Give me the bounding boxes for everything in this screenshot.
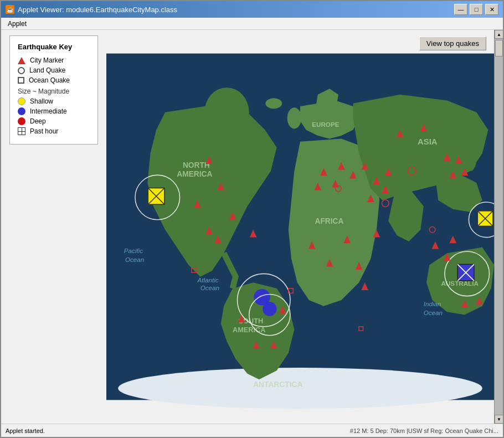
applet-status: Applet started. (6, 427, 45, 434)
view-top-quakes-button[interactable]: View top quakes (419, 37, 486, 50)
svg-point-5 (265, 98, 282, 109)
title-bar-left: ☕ Applet Viewer: module6.EarthquakeCityM… (6, 5, 177, 14)
legend-ocean-label: Ocean Quake (29, 76, 70, 84)
legend-city-marker: City Marker (18, 56, 90, 64)
window-title: Applet Viewer: module6.EarthquakeCityMap… (18, 6, 177, 14)
legend-shallow: Shallow (18, 97, 90, 105)
svg-text:NORTH: NORTH (183, 161, 210, 169)
legend-intermediate-label: Intermediate (30, 107, 67, 115)
content-area: Earthquake Key City Marker Land Quake Oc… (1, 30, 503, 424)
shallow-icon (18, 97, 25, 105)
past-hour-icon (18, 127, 25, 135)
svg-text:Atlantic: Atlantic (197, 276, 218, 284)
legend-panel: Earthquake Key City Marker Land Quake Oc… (1, 30, 106, 424)
scroll-down-button[interactable]: ▼ (495, 415, 503, 424)
main-window: ☕ Applet Viewer: module6.EarthquakeCityM… (0, 0, 504, 438)
legend-city-label: City Marker (30, 56, 64, 64)
menu-applet[interactable]: Applet (3, 19, 31, 29)
city-marker-icon (18, 57, 25, 64)
intermediate-icon (18, 107, 25, 115)
svg-text:Indian: Indian (424, 300, 441, 307)
svg-text:AMERICA: AMERICA (177, 170, 212, 178)
svg-text:Ocean: Ocean (125, 256, 144, 263)
maximize-button[interactable]: □ (470, 4, 483, 15)
legend-title: Earthquake Key (18, 43, 90, 51)
scrollbar-thumb[interactable] (495, 40, 503, 56)
deep-icon (18, 117, 25, 125)
menu-bar: Applet (1, 18, 503, 30)
svg-point-3 (287, 107, 301, 128)
legend-intermediate: Intermediate (18, 107, 90, 115)
svg-text:Pacific: Pacific (124, 247, 143, 254)
svg-text:AFRICA: AFRICA (315, 217, 344, 225)
land-quake-icon (18, 67, 25, 74)
app-icon: ☕ (6, 5, 14, 14)
scroll-up-button[interactable]: ▲ (495, 30, 503, 39)
legend-deep-label: Deep (30, 117, 46, 125)
svg-text:ASIA: ASIA (418, 137, 438, 146)
legend-land-quake: Land Quake (18, 66, 90, 74)
svg-point-35 (263, 302, 276, 316)
status-info: #12 M: 5 Dep: 70km |USW sf Reg: Ocean Qu… (350, 427, 498, 434)
minimize-button[interactable]: — (454, 4, 467, 15)
map-svg: Atlantic Ocean Indian Ocean Pacific Ocea… (106, 30, 494, 424)
legend-deep: Deep (18, 117, 90, 125)
size-label: Size ~ Magnitude (18, 87, 90, 95)
svg-text:Ocean: Ocean (424, 309, 443, 316)
legend-ocean-quake: Ocean Quake (18, 76, 90, 84)
right-scrollbar: ▲ ▼ (494, 30, 503, 424)
legend-shallow-label: Shallow (30, 97, 53, 105)
legend-land-label: Land Quake (29, 66, 65, 74)
svg-point-4 (465, 147, 476, 171)
legend-past-hour-label: Past hour (30, 127, 58, 135)
window-controls: — □ ✕ (454, 4, 498, 15)
legend-box: Earthquake Key City Marker Land Quake Oc… (9, 35, 98, 145)
svg-text:Ocean: Ocean (200, 284, 219, 291)
close-button[interactable]: ✕ (485, 4, 498, 15)
map-area: Atlantic Ocean Indian Ocean Pacific Ocea… (106, 30, 494, 424)
scrollbar-track[interactable] (495, 39, 503, 415)
legend-past-hour: Past hour (18, 127, 90, 135)
svg-text:ANTARCTICA: ANTARCTICA (253, 380, 302, 389)
ocean-quake-icon (18, 77, 24, 84)
status-bar: Applet started. #12 M: 5 Dep: 70km |USW … (1, 424, 503, 437)
title-bar: ☕ Applet Viewer: module6.EarthquakeCityM… (1, 1, 503, 18)
svg-text:EUROPE: EUROPE (312, 121, 339, 128)
